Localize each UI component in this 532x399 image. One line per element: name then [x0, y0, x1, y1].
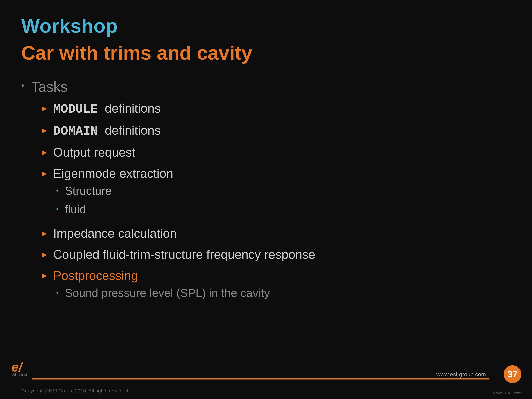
- arrow-icon-domain: ▸: [42, 124, 47, 137]
- copyright-text: Copyright © ESI Group, 2016. All rights …: [21, 388, 129, 394]
- title-subtitle: Car with trims and cavity: [21, 41, 511, 64]
- list-item-eigenmode: ▸ Eigenmode extraction • Structure • flu…: [42, 165, 315, 221]
- footer: e/ get it right® www.esi-group.com 37 Co…: [0, 374, 532, 399]
- domain-keyword: DOMAIN: [53, 124, 98, 138]
- footer-logo: e/ get it right®: [11, 358, 35, 376]
- postprocessing-text: Postprocessing: [53, 268, 138, 284]
- watermark-text: www.1CAE.com: [493, 391, 521, 395]
- list-item-coupled: ▸ Coupled fluid-trim-structure frequency…: [42, 247, 315, 263]
- arrow-icon-eigenmode: ▸: [42, 167, 47, 180]
- list-item-fluid: • fluid: [56, 202, 112, 217]
- list-item-domain: ▸ DOMAIN definitions: [42, 122, 315, 139]
- page-number-badge: 37: [504, 365, 521, 383]
- module-text: MODULE definitions: [53, 100, 161, 117]
- content-area: • Tasks ▸ MODULE definitions ▸: [21, 79, 511, 309]
- eigenmode-sublist: • Structure • fluid: [42, 183, 112, 221]
- dot-icon-spl: •: [56, 288, 59, 297]
- list-item-structure: • Structure: [56, 183, 112, 198]
- dot-icon-structure: •: [56, 186, 59, 195]
- list-item-spl: • Sound pressure level (SPL) in the cavi…: [56, 285, 270, 301]
- title-workshop: Workshop: [21, 14, 511, 38]
- esi-logo-svg: e/ get it right®: [11, 358, 35, 376]
- arrow-icon-coupled: ▸: [42, 248, 47, 261]
- structure-text: Structure: [65, 183, 112, 198]
- list-item-impedance: ▸ Impedance calculation: [42, 225, 315, 241]
- footer-website: www.esi-group.com: [437, 371, 486, 378]
- arrow-icon-module: ▸: [42, 102, 47, 114]
- eigenmode-text: Eigenmode extraction: [53, 165, 173, 182]
- impedance-text: Impedance calculation: [53, 225, 177, 241]
- dot-icon-fluid: •: [56, 204, 59, 214]
- postprocessing-sublist: • Sound pressure level (SPL) in the cavi…: [42, 285, 270, 304]
- footer-line: [32, 378, 489, 380]
- list-item-postprocessing: ▸ Postprocessing • Sound pressure level …: [42, 268, 315, 304]
- module-keyword: MODULE: [53, 102, 98, 116]
- arrow-icon-impedance: ▸: [42, 227, 47, 240]
- svg-text:get it right®: get it right®: [12, 373, 28, 376]
- spl-text: Sound pressure level (SPL) in the cavity: [65, 285, 270, 301]
- output-text: Output request: [53, 144, 135, 160]
- domain-text: DOMAIN definitions: [53, 122, 161, 139]
- coupled-text: Coupled fluid-trim-structure frequency r…: [53, 247, 315, 263]
- bullet-circle-icon: •: [21, 81, 24, 90]
- sub-list: ▸ MODULE definitions ▸ DOMAIN definition…: [32, 100, 315, 304]
- list-item-output: ▸ Output request: [42, 144, 315, 160]
- fluid-text: fluid: [65, 202, 86, 217]
- arrow-icon-output: ▸: [42, 146, 47, 158]
- list-item-module: ▸ MODULE definitions: [42, 100, 315, 117]
- top-level-tasks: • Tasks ▸ MODULE definitions ▸: [21, 79, 511, 309]
- tasks-label: Tasks: [32, 79, 315, 95]
- slide-container: Workshop Car with trims and cavity • Tas…: [0, 0, 532, 399]
- svg-text:e/: e/: [12, 360, 23, 374]
- arrow-icon-postprocessing: ▸: [42, 269, 47, 282]
